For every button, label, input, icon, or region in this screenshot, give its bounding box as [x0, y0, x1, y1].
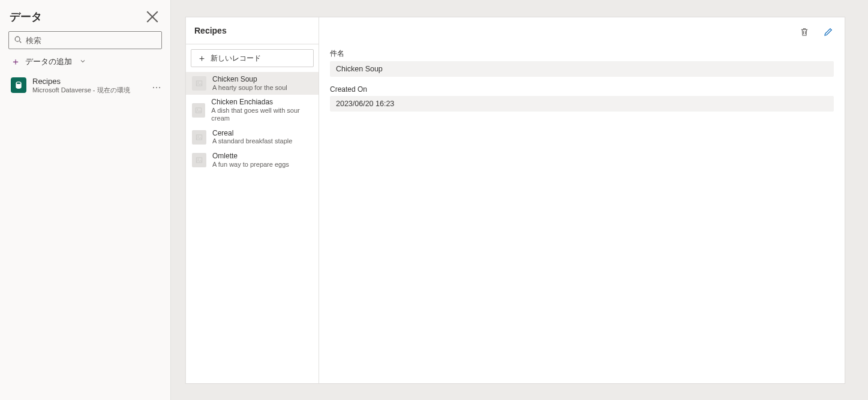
image-placeholder-icon — [192, 153, 206, 167]
field-value: Chicken Soup — [330, 61, 834, 77]
pencil-icon — [823, 26, 834, 39]
image-placeholder-icon — [192, 76, 206, 91]
search-icon — [14, 35, 26, 46]
record-subtitle: A dish that goes well with sour cream — [211, 107, 313, 122]
list-item[interactable]: OmletteA fun way to prepare eggs — [186, 149, 319, 172]
image-placeholder-icon — [192, 103, 205, 118]
app-preview: Recipes ＋ 新しいレコード Chicken SoupA hearty s… — [185, 17, 845, 384]
record-subtitle: A hearty soup for the soul — [212, 84, 287, 92]
svg-point-2 — [197, 109, 199, 110]
add-data-button[interactable]: ＋ データの追加 — [5, 55, 166, 72]
list-item[interactable]: CerealA standard breakfast staple — [186, 126, 319, 149]
image-placeholder-icon — [192, 130, 206, 145]
trash-icon — [799, 26, 810, 39]
field-label: 件名 — [330, 49, 834, 59]
canvas: Recipes ＋ 新しいレコード Chicken SoupA hearty s… — [171, 0, 868, 400]
dataverse-icon — [11, 77, 26, 93]
record-subtitle: A standard breakfast staple — [212, 137, 292, 145]
detail-body: 件名Chicken SoupCreated On2023/06/20 16:23 — [319, 17, 845, 122]
plus-icon: ＋ — [11, 57, 20, 67]
edit-button[interactable] — [818, 22, 839, 43]
list-item[interactable]: Chicken SoupA hearty soup for the soul — [186, 72, 319, 95]
close-icon[interactable] — [144, 8, 161, 25]
data-panel: データ ＋ データの追加 Recipes Microsoft Da — [0, 0, 171, 400]
record-title: Chicken Enchiadas — [211, 98, 313, 107]
search-input-container[interactable] — [8, 31, 162, 49]
data-source-subtitle: Microsoft Dataverse - 現在の環境 — [32, 86, 130, 94]
record-detail-column: 件名Chicken SoupCreated On2023/06/20 16:23 — [319, 17, 845, 383]
list-item[interactable]: Chicken EnchiadasA dish that goes well w… — [186, 95, 319, 125]
field-value: 2023/06/20 16:23 — [330, 96, 834, 112]
add-data-label: データの追加 — [25, 56, 72, 67]
record-title: Omlette — [212, 152, 289, 161]
new-record-button[interactable]: ＋ 新しいレコード — [191, 49, 314, 67]
record-title: Chicken Soup — [212, 76, 287, 84]
record-list-column: Recipes ＋ 新しいレコード Chicken SoupA hearty s… — [186, 17, 319, 383]
detail-field: Created On2023/06/20 16:23 — [330, 85, 834, 112]
record-list: Chicken SoupA hearty soup for the soulCh… — [186, 72, 319, 383]
record-title: Cereal — [212, 130, 292, 138]
new-record-label: 新しいレコード — [211, 53, 261, 64]
data-source-item[interactable]: Recipes Microsoft Dataverse - 現在の環境 … — [5, 72, 166, 99]
search-input[interactable] — [26, 36, 157, 45]
more-icon[interactable]: … — [152, 80, 162, 91]
data-source-name: Recipes — [32, 77, 130, 86]
delete-button[interactable] — [794, 22, 815, 43]
svg-point-0 — [15, 37, 20, 41]
field-label: Created On — [330, 85, 834, 94]
list-header: Recipes — [186, 17, 319, 44]
data-panel-title: データ — [10, 10, 42, 24]
chevron-down-icon — [79, 58, 86, 67]
svg-point-4 — [197, 159, 199, 160]
record-subtitle: A fun way to prepare eggs — [212, 161, 289, 169]
plus-icon: ＋ — [197, 53, 206, 64]
svg-point-3 — [197, 136, 199, 137]
svg-point-1 — [197, 82, 199, 83]
detail-field: 件名Chicken Soup — [330, 49, 834, 77]
